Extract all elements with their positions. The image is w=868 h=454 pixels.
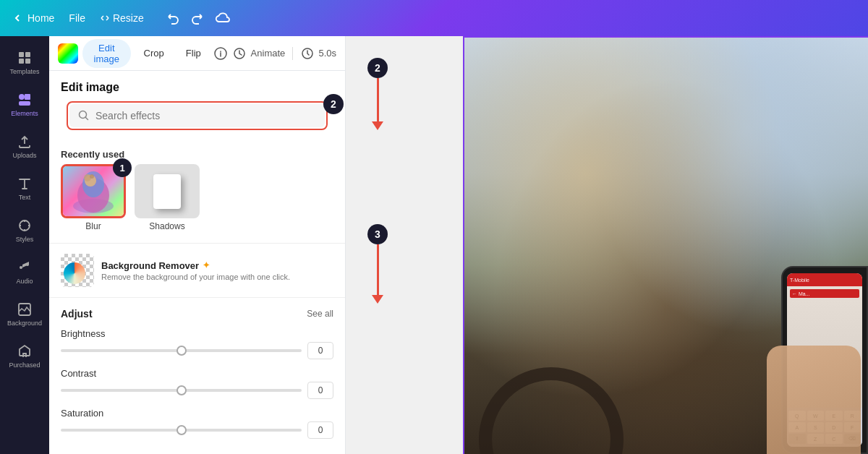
search-icon xyxy=(78,110,90,121)
sidebar-item-purchased[interactable]: Purchased xyxy=(4,335,45,376)
panel-title: Edit image xyxy=(49,71,345,101)
background-remover-item[interactable]: Background Remover ✦ Remove the backgrou… xyxy=(49,247,345,294)
undo-button[interactable] xyxy=(166,11,180,25)
step2-canvas-badge: 2 xyxy=(367,58,388,78)
effect-item-blur[interactable]: 1 Blur xyxy=(61,164,126,231)
purchased-label: Purchased xyxy=(9,361,40,369)
background-icon xyxy=(17,301,33,317)
hand-area xyxy=(767,346,861,454)
canvas-area[interactable]: 2 3 T-Mobile xyxy=(346,36,868,454)
contrast-controls: 0 xyxy=(61,382,333,399)
main-area: Templates Elements Uploads Text xyxy=(0,36,868,454)
arrow-down-3 xyxy=(372,295,383,304)
crop-button[interactable]: Crop xyxy=(135,44,173,62)
info-icon xyxy=(214,47,227,60)
arrow-line-3 xyxy=(377,244,379,295)
edit-image-button[interactable]: Edit image xyxy=(82,39,131,68)
arrow-line-2 xyxy=(377,78,379,121)
contrast-row: Contrast 0 xyxy=(49,364,345,403)
sidebar-item-text[interactable]: Text xyxy=(4,168,45,208)
step3-canvas-badge: 3 xyxy=(367,224,388,244)
sidebar-item-templates[interactable]: Templates xyxy=(4,42,45,82)
search-input[interactable] xyxy=(95,110,316,121)
contrast-value[interactable]: 0 xyxy=(307,382,333,399)
search-effects-container xyxy=(67,101,328,130)
divider-1 xyxy=(49,243,345,244)
brightness-row: Brightness 0 xyxy=(49,324,345,364)
saturation-label: Saturation xyxy=(61,408,333,419)
text-icon xyxy=(17,176,33,192)
svg-point-18 xyxy=(90,174,94,179)
sidebar-item-uploads[interactable]: Uploads xyxy=(4,126,45,166)
nav-home[interactable]: Home xyxy=(12,12,54,24)
svg-rect-0 xyxy=(19,52,24,57)
bg-remover-info: Background Remover ✦ Remove the backgrou… xyxy=(101,260,333,281)
contrast-label: Contrast xyxy=(61,368,333,379)
svg-rect-3 xyxy=(25,59,30,64)
brightness-slider[interactable] xyxy=(61,349,302,352)
duration-label: 5.0s xyxy=(318,48,336,59)
contrast-slider[interactable] xyxy=(61,389,302,392)
animate-label: Animate xyxy=(251,48,286,59)
saturation-slider[interactable] xyxy=(61,429,302,432)
sidebar-item-background[interactable]: Background xyxy=(4,294,45,334)
saturation-controls: 0 xyxy=(61,421,333,439)
shadows-label: Shadows xyxy=(149,221,184,231)
cloud-icon xyxy=(215,10,231,26)
edit-panel: Edit image Crop Flip Animate xyxy=(49,36,346,454)
divider-2 xyxy=(49,297,345,298)
elements-icon xyxy=(17,92,33,108)
text-label: Text xyxy=(19,194,31,201)
step2-badge: 2 xyxy=(323,94,344,114)
styles-label: Styles xyxy=(16,236,34,243)
recently-used-title: Recently used xyxy=(49,143,345,164)
toolbar: Edit image Crop Flip Animate xyxy=(49,36,345,71)
bg-remover-thumbnail xyxy=(61,254,94,287)
bg-ball xyxy=(64,262,85,284)
brightness-thumb[interactable] xyxy=(176,346,187,356)
animate-icon xyxy=(234,48,245,59)
contrast-thumb[interactable] xyxy=(176,385,187,395)
see-all-button[interactable]: See all xyxy=(307,309,333,319)
chevron-left-icon xyxy=(12,12,23,24)
undo-icon xyxy=(166,11,180,25)
effect-item-shadows[interactable]: Shadows xyxy=(135,164,200,231)
saturation-value[interactable]: 0 xyxy=(307,421,333,439)
svg-rect-5 xyxy=(25,94,30,100)
sidebar-item-audio[interactable]: Audio xyxy=(4,252,45,292)
duration-button[interactable] xyxy=(300,43,314,64)
arrow-down-2 xyxy=(372,121,383,130)
info-button[interactable] xyxy=(214,43,228,64)
templates-label: Templates xyxy=(9,68,39,75)
sidebar-item-styles[interactable]: Styles xyxy=(4,210,45,250)
crown-icon: ✦ xyxy=(203,260,210,270)
elements-label: Elements xyxy=(11,110,38,117)
nav-file[interactable]: File xyxy=(69,12,85,24)
redo-icon xyxy=(190,11,205,25)
svg-rect-1 xyxy=(25,52,30,57)
nav-resize[interactable]: Resize xyxy=(100,12,144,24)
redo-button[interactable] xyxy=(190,11,205,25)
phone-status-bar: T-Mobile xyxy=(787,273,862,286)
brightness-value[interactable]: 0 xyxy=(307,342,333,359)
search-box[interactable] xyxy=(69,104,325,127)
adjust-header: Adjust See all xyxy=(49,301,345,324)
step1-badge: 1 xyxy=(113,158,132,177)
styles-icon xyxy=(17,218,33,234)
effects-grid: 1 Blur Shadows xyxy=(49,164,345,240)
shadows-thumbnail[interactable] xyxy=(135,164,200,218)
animate-button[interactable] xyxy=(232,43,246,64)
save-button[interactable] xyxy=(215,10,231,26)
color-palette-button[interactable] xyxy=(58,43,78,64)
audio-icon xyxy=(17,260,33,275)
shadow-card xyxy=(153,174,181,209)
flip-button[interactable]: Flip xyxy=(177,44,210,62)
bg-remover-title: Background Remover ✦ xyxy=(101,260,333,271)
templates-icon xyxy=(17,50,33,66)
top-bar: Home File Resize xyxy=(0,0,868,36)
saturation-thumb[interactable] xyxy=(176,425,187,435)
brightness-controls: 0 xyxy=(61,342,333,359)
carrier-label: T-Mobile xyxy=(790,278,809,283)
bg-remover-desc: Remove the background of your image with… xyxy=(101,273,333,281)
sidebar-item-elements[interactable]: Elements xyxy=(4,84,45,124)
